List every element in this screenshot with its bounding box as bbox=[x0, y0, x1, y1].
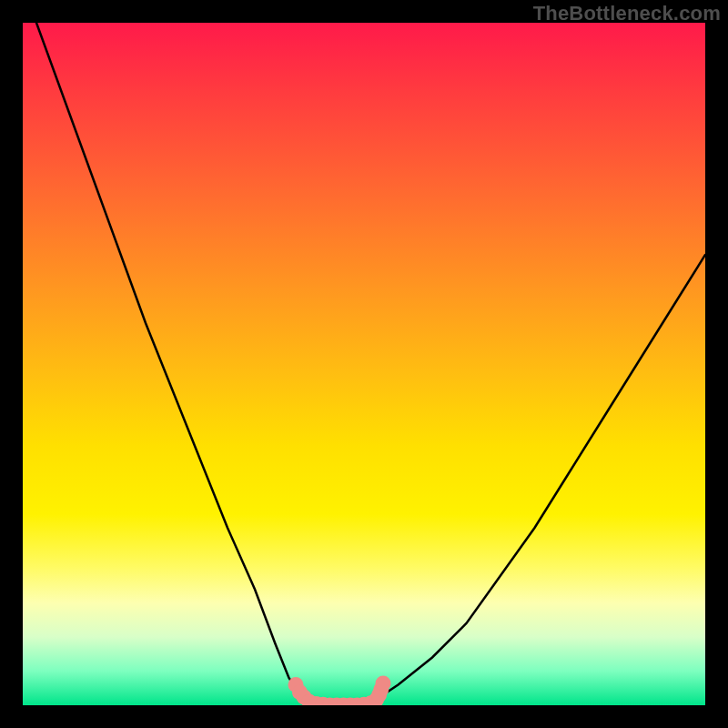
plot-area bbox=[23, 23, 705, 705]
marker-dot bbox=[376, 676, 391, 692]
chart-svg bbox=[23, 23, 705, 705]
marker-group bbox=[288, 676, 391, 706]
curve-right-branch bbox=[364, 255, 705, 705]
curve-left-branch bbox=[36, 23, 317, 705]
watermark-label: TheBottleneck.com bbox=[533, 2, 721, 25]
